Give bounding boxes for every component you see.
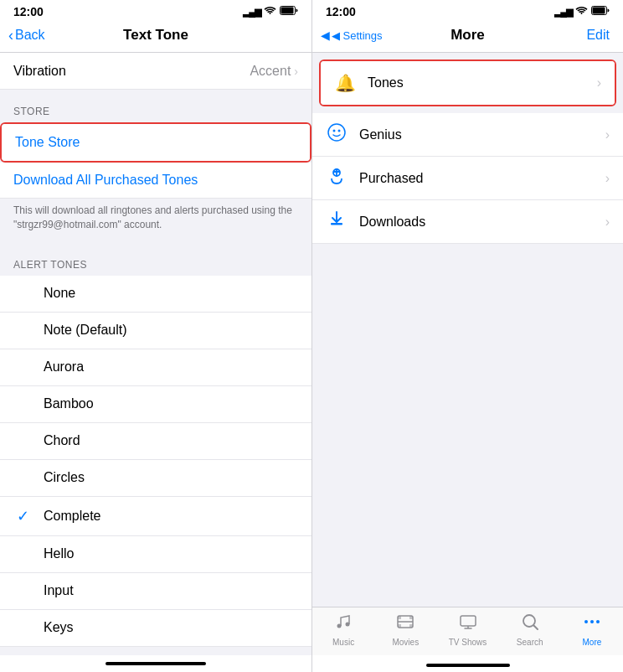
svg-point-22 bbox=[584, 620, 588, 623]
search-tab-icon bbox=[521, 613, 539, 636]
list-item[interactable]: Bamboo bbox=[0, 386, 312, 423]
purchased-label: Purchased bbox=[359, 171, 594, 186]
right-home-bar bbox=[426, 664, 510, 667]
tones-row[interactable]: 🔔 Tones › bbox=[321, 61, 615, 105]
right-list: 🔔 Tones › Genius › bbox=[312, 53, 623, 607]
right-back-button[interactable]: ◀ ◀ Settings bbox=[321, 28, 383, 42]
tone-name: Note (Default) bbox=[44, 323, 127, 338]
tone-name: Keys bbox=[44, 620, 74, 635]
svg-rect-14 bbox=[398, 624, 401, 628]
svg-point-10 bbox=[346, 623, 350, 627]
right-time: 12:00 bbox=[326, 5, 356, 18]
svg-line-21 bbox=[533, 626, 538, 630]
genius-chevron-icon: › bbox=[605, 127, 610, 142]
list-item[interactable]: Aurora bbox=[0, 349, 312, 386]
music-tab-label: Music bbox=[332, 638, 354, 647]
right-nav-title: More bbox=[451, 27, 485, 44]
purchased-row[interactable]: Purchased › bbox=[312, 157, 623, 200]
left-nav-title: Text Tone bbox=[123, 27, 188, 44]
list-item[interactable]: None bbox=[0, 276, 312, 313]
wifi-icon bbox=[264, 6, 276, 18]
alert-tones-header: ALERT TONES bbox=[0, 244, 312, 276]
right-battery-icon bbox=[591, 6, 610, 18]
tv-shows-tab-icon bbox=[459, 613, 477, 636]
bell-icon: 🔔 bbox=[334, 73, 356, 93]
left-panel: 12:00 ▂▄▆ ‹ Back Text Tone Vibration Acc… bbox=[0, 0, 312, 672]
tones-chevron-icon: › bbox=[597, 75, 601, 90]
list-item[interactable]: ✓ Complete bbox=[0, 497, 312, 536]
tone-name: Hello bbox=[44, 546, 74, 561]
list-item[interactable]: Note (Default) bbox=[0, 313, 312, 349]
left-back-button[interactable]: ‹ Back bbox=[8, 27, 45, 44]
svg-point-23 bbox=[590, 620, 594, 623]
left-section-list: Vibration Accent › STORE Tone Store Down… bbox=[0, 53, 312, 655]
back-label: Back bbox=[15, 28, 45, 43]
left-status-bar: 12:00 ▂▄▆ bbox=[0, 0, 312, 20]
tab-more[interactable]: More bbox=[561, 613, 623, 647]
svg-rect-3 bbox=[593, 8, 605, 14]
right-home-indicator bbox=[312, 655, 623, 672]
tone-store-label: Tone Store bbox=[15, 135, 80, 150]
left-nav-bar: ‹ Back Text Tone bbox=[0, 20, 312, 53]
svg-point-24 bbox=[596, 620, 600, 623]
svg-rect-12 bbox=[398, 616, 401, 619]
vibration-row[interactable]: Vibration Accent › bbox=[0, 53, 312, 90]
right-signal-icon: ▂▄▆ bbox=[554, 7, 572, 18]
list-item[interactable]: Chord bbox=[0, 423, 312, 460]
right-nav-bar: ◀ ◀ Settings More Edit bbox=[312, 20, 623, 53]
purchased-chevron-icon: › bbox=[605, 171, 610, 186]
svg-rect-17 bbox=[461, 616, 476, 626]
music-tab-icon bbox=[334, 613, 353, 636]
genius-icon bbox=[326, 123, 348, 146]
list-item[interactable]: Input bbox=[0, 573, 312, 610]
right-status-icons: ▂▄▆ bbox=[554, 6, 610, 18]
edit-button[interactable]: Edit bbox=[586, 28, 610, 43]
signal-icon: ▂▄▆ bbox=[243, 7, 260, 18]
back-chevron-icon: ‹ bbox=[8, 27, 13, 44]
tone-store-row[interactable]: Tone Store bbox=[2, 124, 310, 161]
tab-bar: Music Movies TV Shows Search bbox=[312, 607, 623, 655]
purchased-icon bbox=[326, 167, 348, 189]
right-wifi-icon bbox=[575, 6, 588, 18]
genius-row[interactable]: Genius › bbox=[312, 113, 623, 157]
battery-icon bbox=[280, 6, 298, 18]
svg-point-5 bbox=[333, 130, 336, 132]
svg-rect-15 bbox=[409, 624, 413, 628]
tab-search[interactable]: Search bbox=[499, 613, 561, 647]
more-tab-icon bbox=[583, 613, 601, 636]
tone-name: Circles bbox=[44, 470, 85, 485]
svg-point-6 bbox=[338, 130, 341, 132]
downloads-chevron-icon: › bbox=[605, 215, 610, 230]
movies-tab-label: Movies bbox=[392, 638, 419, 647]
alert-tones-list: None Note (Default) Aurora Bamboo Chord bbox=[0, 276, 312, 647]
download-description: This will download all ringtones and ale… bbox=[0, 199, 312, 244]
left-status-icons: ▂▄▆ bbox=[243, 6, 298, 18]
movies-tab-icon bbox=[396, 613, 414, 636]
home-bar bbox=[106, 662, 206, 665]
download-row[interactable]: Download All Purchased Tones bbox=[0, 163, 312, 199]
tab-music[interactable]: Music bbox=[312, 613, 374, 647]
tab-tv-shows[interactable]: TV Shows bbox=[436, 613, 498, 647]
tv-shows-tab-label: TV Shows bbox=[449, 638, 487, 647]
list-item[interactable]: Circles bbox=[0, 460, 312, 497]
downloads-icon bbox=[326, 210, 348, 233]
tone-name: None bbox=[44, 286, 75, 301]
svg-rect-8 bbox=[331, 223, 342, 225]
right-back-label: ◀ Settings bbox=[332, 29, 383, 42]
right-back-chevron-icon: ◀ bbox=[321, 28, 330, 42]
vibration-value: Accent bbox=[250, 64, 291, 79]
tone-name: Aurora bbox=[44, 359, 84, 375]
tab-movies[interactable]: Movies bbox=[374, 613, 436, 647]
downloads-row[interactable]: Downloads › bbox=[312, 200, 623, 244]
genius-label: Genius bbox=[359, 127, 594, 142]
tones-label: Tones bbox=[368, 75, 585, 90]
tone-name: Bamboo bbox=[44, 396, 94, 411]
svg-rect-1 bbox=[281, 8, 294, 14]
left-time: 12:00 bbox=[13, 5, 44, 18]
list-item[interactable]: Hello bbox=[0, 536, 312, 573]
right-panel: 12:00 ▂▄▆ ◀ ◀ Settings More Edit 🔔 Tones bbox=[312, 0, 623, 672]
store-section-header: STORE bbox=[0, 90, 312, 122]
vibration-chevron-icon: › bbox=[294, 65, 298, 78]
list-item[interactable]: Keys bbox=[0, 610, 312, 647]
tone-name: Complete bbox=[44, 509, 100, 524]
